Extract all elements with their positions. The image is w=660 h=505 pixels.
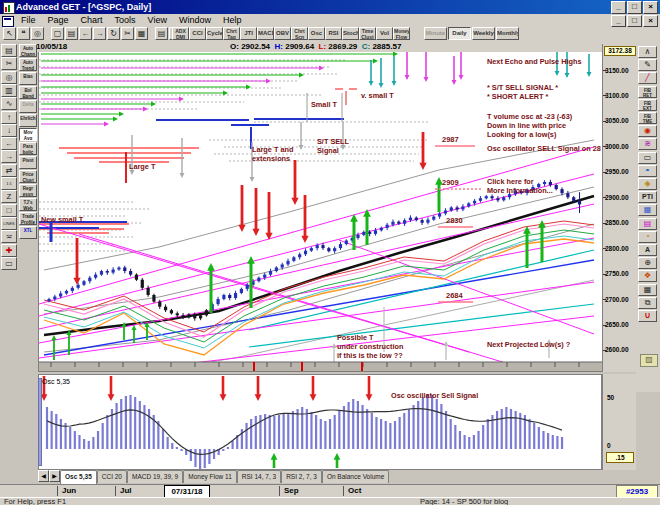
next-icon[interactable]: → <box>93 27 106 40</box>
menu-item-page[interactable]: Page <box>42 14 75 27</box>
new-chart-icon[interactable]: ▢ <box>51 27 64 40</box>
price-axis[interactable]: 3172.38 3150.003100.003050.003000.002950… <box>602 44 636 372</box>
prev-icon[interactable]: ← <box>79 27 92 40</box>
mdi-maximize-button[interactable]: □ <box>627 15 642 27</box>
right-arrow-icon[interactable]: → <box>1 150 17 163</box>
indicator-button-stoch[interactable]: Stoch <box>342 27 359 40</box>
zoom-tool-icon[interactable]: ⊕ <box>638 257 657 269</box>
copy-icon[interactable]: ⧉ <box>638 297 657 309</box>
indicator-button-macd[interactable]: MACD <box>257 27 274 40</box>
palette-icon[interactable]: ❖ <box>638 270 657 282</box>
indicator-button-chrt-tag[interactable]: ChrtTag <box>223 27 240 40</box>
study-button-tj-s-web[interactable]: TJ'sWeb <box>19 198 37 211</box>
fib-ext-button[interactable]: FIBEXT <box>638 99 657 111</box>
tab-rsi-14-7-3[interactable]: RSI 14, 7, 3 <box>237 470 281 483</box>
study-button-auto-chann[interactable]: AutoChann <box>19 44 37 57</box>
fib-time-button[interactable]: FIBTME <box>638 112 657 124</box>
study-button-mov-avg[interactable]: MovAvg <box>19 128 37 141</box>
fan-icon[interactable]: ≋ <box>638 138 657 150</box>
menu-item-tools[interactable]: Tools <box>109 14 142 27</box>
indicator-button-rsi[interactable]: RSI <box>325 27 342 40</box>
open-icon[interactable]: ▤ <box>65 27 78 40</box>
tab-scroll-right-button[interactable]: ▶ <box>49 470 60 482</box>
study-button-bol-band[interactable]: BolBand <box>19 86 37 99</box>
box-icon[interactable]: □ <box>1 204 17 217</box>
trendline-icon[interactable]: ╱ <box>638 72 657 84</box>
chart-window-icon[interactable] <box>2 16 14 27</box>
timeframe-button-monthly[interactable]: Monthly <box>496 27 519 40</box>
menu-item-view[interactable]: View <box>142 14 173 27</box>
timeframe-button-weekly[interactable]: Weekly <box>472 27 495 40</box>
study-button-trade-profile[interactable]: TradeProfile <box>19 212 37 225</box>
tile-icon[interactable]: ▦ <box>135 27 148 40</box>
quote-icon[interactable]: ❝ <box>17 27 30 40</box>
tab-money-flow-11[interactable]: Money Flow 11 <box>183 470 237 483</box>
zoom-icon[interactable]: ◎ <box>31 27 44 40</box>
print-icon[interactable]: ▤ <box>155 27 168 40</box>
study-button-auto-trend[interactable]: AutoTrend <box>19 58 37 71</box>
indicator-button-osc[interactable]: Osc <box>308 27 325 40</box>
clock-icon[interactable]: ◔ <box>638 231 657 243</box>
close-button[interactable]: × <box>643 1 658 14</box>
target-icon[interactable]: ◉ <box>638 125 657 137</box>
lines-button[interactable]: LINES <box>1 217 17 230</box>
indicator-button-obv[interactable]: OBV <box>274 27 291 40</box>
delete-icon[interactable]: ✂ <box>121 27 134 40</box>
study-button-xtl[interactable]: XTL <box>19 226 37 239</box>
menu-item-file[interactable]: File <box>15 14 42 27</box>
cross-icon[interactable]: ✚ <box>1 244 17 257</box>
ellipse-tool-icon[interactable]: ◓ <box>638 165 657 177</box>
text-tool-button[interactable]: A <box>638 244 657 256</box>
zoom-z-icon[interactable]: Z <box>1 190 17 203</box>
indicator-button-adx-dmi[interactable]: ADXDMI <box>172 27 189 40</box>
menu-item-chart[interactable]: Chart <box>75 14 109 27</box>
timeframe-button-minute[interactable]: Minute <box>424 27 447 40</box>
gem-icon[interactable]: ◈ <box>638 178 657 190</box>
up-arrow-icon[interactable]: ↑ <box>1 111 17 124</box>
u-button[interactable]: U <box>638 310 657 322</box>
mdi-minimize-button[interactable]: _ <box>611 15 626 27</box>
study-button-regr-essn[interactable]: Regressn <box>19 184 37 197</box>
study-button-pivot[interactable]: Pivot <box>19 156 37 169</box>
scroll-up-icon[interactable]: ∧ <box>638 46 657 58</box>
tab-osc-5-35[interactable]: Osc 5,35 <box>60 470 97 484</box>
timeframe-button-daily[interactable]: Daily <box>448 27 471 40</box>
grid2-icon[interactable]: ▦ <box>638 284 657 296</box>
tab-cci-20[interactable]: CCI 20 <box>97 470 127 483</box>
indicator-button-jti[interactable]: JTI <box>240 27 257 40</box>
folder-icon[interactable]: ▭ <box>1 257 17 270</box>
study-button-ehrlich[interactable]: Ehrlich <box>19 114 37 127</box>
rect-tool-icon[interactable]: ▭ <box>638 152 657 164</box>
one-to-one-icon[interactable]: 1:1 <box>1 177 17 190</box>
indicator-button-cycles[interactable]: Cycles <box>206 27 223 40</box>
ruler-icon[interactable]: ≍ <box>1 230 17 243</box>
zoom-icon[interactable]: ◎ <box>1 71 17 84</box>
study-button-delta[interactable]: Delta <box>19 100 37 113</box>
print-icon[interactable]: ▤ <box>1 44 17 57</box>
bands-icon[interactable]: ▤ <box>638 218 657 230</box>
tab-scroll-left-button[interactable]: ◀ <box>38 470 49 482</box>
indicator-button-vol[interactable]: Vol <box>376 27 393 40</box>
pencil-icon[interactable]: ✎ <box>638 59 657 71</box>
pti-button[interactable]: PTI <box>638 191 657 203</box>
bars-icon[interactable]: ▥ <box>1 84 17 97</box>
price-chart[interactable]: 2987290928302684New small TLarge TLarge … <box>38 52 603 372</box>
menu-item-help[interactable]: Help <box>217 14 248 27</box>
title-bar[interactable]: Advanced GET - [^GSPC, Daily] _ □ × <box>0 0 660 14</box>
study-button-bias[interactable]: Bias <box>19 72 37 85</box>
minimize-button[interactable]: _ <box>611 1 626 14</box>
tab-rsi-2-7-3[interactable]: RSI 2, 7, 3 <box>281 470 322 483</box>
mdi-close-button[interactable]: × <box>643 15 658 27</box>
study-button-para-bolic[interactable]: Parabolic <box>19 142 37 155</box>
fib-ret-button[interactable]: FIBRET <box>638 86 657 98</box>
indicator-button-chrt-scn[interactable]: ChrtScn <box>291 27 308 40</box>
indicator-button-cci[interactable]: CCI <box>189 27 206 40</box>
oscillator-axis[interactable]: 50 0 .15 <box>602 374 636 470</box>
elliott-wave-icon[interactable]: ∿ <box>1 97 17 110</box>
left-arrow-icon[interactable]: ← <box>1 137 17 150</box>
study-button-price-clust[interactable]: PriceClust <box>19 170 37 183</box>
tab-macd-19-39-9[interactable]: MACD 19, 39, 9 <box>127 470 183 483</box>
zoom-percent-icon[interactable]: ▨ <box>640 354 658 367</box>
refresh-icon[interactable]: ↻ <box>107 27 120 40</box>
grid-icon[interactable]: ▦ <box>638 204 657 216</box>
